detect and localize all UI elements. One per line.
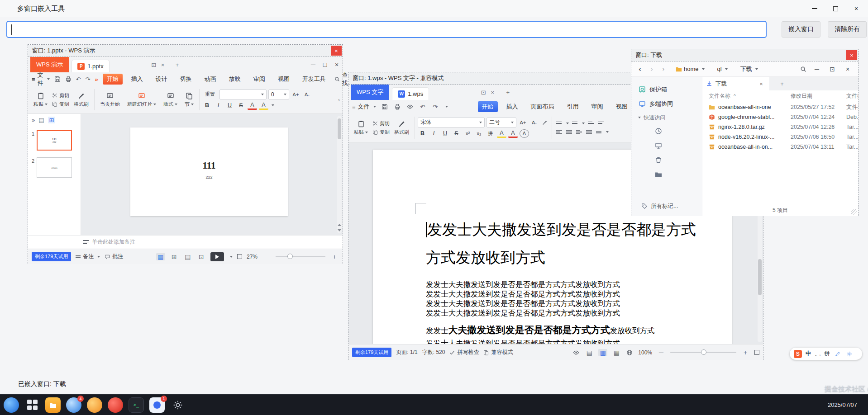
ime-pen-icon[interactable]: [834, 350, 842, 358]
bold-button[interactable]: B: [202, 101, 212, 110]
tab-slideshow[interactable]: 放映: [225, 74, 245, 85]
sidebar-item-multidevice-sync[interactable]: 多端协同: [631, 97, 702, 111]
forward-icon[interactable]: ›: [648, 65, 656, 74]
print-preview-icon[interactable]: [406, 103, 414, 110]
presentation-window-titlebar[interactable]: 窗口: 1.pptx - WPS 演示 ×: [28, 45, 343, 57]
new-tab-button[interactable]: +: [777, 80, 787, 87]
wps-close-icon[interactable]: ×: [331, 61, 343, 68]
reset-button[interactable]: 重置: [202, 90, 218, 99]
wps-office-icon[interactable]: [108, 397, 123, 413]
outline-view-icon[interactable]: ▤: [38, 117, 44, 123]
fit-window-icon[interactable]: [237, 254, 242, 259]
tab-insert[interactable]: 插入: [502, 101, 522, 112]
presentation-doc-tab[interactable]: P 1.pptx: [72, 60, 109, 72]
wps-ime-logo-icon[interactable]: S: [794, 350, 802, 358]
minimize-button[interactable]: [811, 5, 818, 12]
zoom-out-icon[interactable]: ─: [262, 253, 271, 260]
clear-format-icon[interactable]: [541, 119, 549, 126]
maximize-button[interactable]: [832, 5, 839, 12]
font-increase-button[interactable]: A+: [291, 90, 300, 99]
italic-button[interactable]: I: [429, 129, 439, 138]
sidebar-item-home-folder[interactable]: [631, 167, 702, 182]
more-format-caret-icon[interactable]: [272, 104, 274, 106]
notes-button[interactable]: 备注: [76, 253, 100, 260]
spellcheck-button[interactable]: 拼写检查: [449, 349, 479, 356]
doc-restore-icon[interactable]: ⊡: [479, 89, 488, 96]
save-icon[interactable]: [54, 75, 61, 83]
line-spacing-icon[interactable]: [595, 128, 603, 136]
subscript-button[interactable]: x₂: [474, 129, 484, 138]
file-row[interactable]: google-chrome-stabl... 2025/07/04 12:24 …: [702, 112, 858, 122]
file-row[interactable]: nginx-1.28.0.tar.gz 2025/07/04 12:26 Tar…: [702, 122, 858, 132]
downloads-window-titlebar[interactable]: 窗口: 下载 ×: [631, 49, 858, 61]
bold-button[interactable]: B: [418, 129, 427, 138]
writer-doc-tab[interactable]: W 1.wps: [392, 87, 429, 100]
ime-settings-gear-icon[interactable]: [845, 350, 854, 358]
print-icon[interactable]: [65, 75, 72, 83]
find-button[interactable]: 查找: [334, 71, 348, 87]
format-painter-button[interactable]: 格式刷: [391, 115, 412, 141]
italic-button[interactable]: I: [214, 101, 223, 110]
save-icon[interactable]: [381, 103, 389, 110]
tab-page-layout[interactable]: 页面布局: [527, 101, 558, 112]
copy-button[interactable]: 复制: [372, 129, 390, 136]
doc-restore-icon[interactable]: ⊡: [149, 61, 158, 68]
app-titlebar[interactable]: 多窗口嵌入工具 ×: [0, 0, 868, 17]
cut-button[interactable]: 剪切: [372, 120, 390, 127]
decrease-indent-icon[interactable]: [587, 120, 595, 127]
sidebar-item-vault[interactable]: 保护箱: [631, 82, 702, 97]
mail-app-icon[interactable]: [87, 397, 102, 413]
zoom-in-icon[interactable]: +: [741, 349, 750, 356]
tab-view[interactable]: 视图: [274, 74, 294, 85]
zoom-in-icon[interactable]: +: [330, 253, 339, 260]
slide-canvas[interactable]: 111 222: [81, 114, 343, 235]
cut-button[interactable]: 剪切: [52, 92, 69, 99]
new-slide-button[interactable]: 新建幻灯片: [124, 87, 159, 112]
tab-review[interactable]: 审阅: [587, 101, 607, 112]
embed-input[interactable]: [6, 21, 767, 38]
print-icon[interactable]: [393, 103, 401, 110]
back-icon[interactable]: ‹: [636, 65, 644, 74]
file-menu[interactable]: ≡ 文件: [32, 71, 50, 87]
ribbon-more-icon[interactable]: »: [95, 76, 98, 83]
sidebar-item-all-tags[interactable]: 所有标记...: [631, 200, 702, 212]
column-name[interactable]: 文件名称 ^: [702, 92, 791, 100]
terminal-icon[interactable]: >_: [129, 397, 144, 413]
wps-minimize-icon[interactable]: ─: [307, 61, 319, 68]
highlight-button[interactable]: A: [259, 101, 268, 110]
trial-badge[interactable]: 剩余179天试用: [352, 348, 391, 357]
settings-gear-icon[interactable]: [170, 397, 186, 413]
paste-button[interactable]: 粘贴: [31, 87, 50, 112]
slide[interactable]: 111 222: [130, 127, 288, 216]
word-count[interactable]: 字数: 520: [422, 349, 445, 356]
sidebar-item-trash[interactable]: [631, 153, 702, 167]
ime-punctuation-toggle[interactable]: 。,: [815, 351, 821, 357]
breadcrumb-home[interactable]: home: [671, 64, 709, 74]
font-size-select[interactable]: 二号: [486, 118, 516, 127]
doc-close-icon[interactable]: ×: [488, 89, 497, 96]
quickbar-caret-icon[interactable]: [445, 106, 448, 108]
tab-review[interactable]: 审阅: [249, 74, 269, 85]
undo-icon[interactable]: ↶: [76, 75, 81, 83]
toolbar-overflow-icon[interactable]: ›: [338, 96, 340, 103]
redo-icon[interactable]: ↷: [431, 103, 439, 110]
font-decrease-button[interactable]: A-: [529, 118, 539, 127]
superscript-button[interactable]: x²: [463, 129, 472, 138]
eye-protect-icon[interactable]: [572, 349, 580, 356]
prev-slide-icon[interactable]: [338, 224, 341, 226]
pinyin-guide-button[interactable]: 拼: [486, 129, 495, 138]
play-options-caret-icon[interactable]: [230, 256, 233, 258]
notes-area[interactable]: 单击此处添加备注: [28, 235, 343, 249]
new-tab-button[interactable]: +: [173, 61, 182, 68]
ime-language-toggle[interactable]: 中: [806, 350, 811, 358]
breadcrumb-downloads[interactable]: 下载: [736, 64, 763, 75]
bullet-list-icon[interactable]: [555, 120, 563, 127]
undo-icon[interactable]: ↶: [419, 103, 427, 110]
tab-downloads[interactable]: 下载 ×: [702, 77, 769, 90]
zoom-out-icon[interactable]: ─: [657, 349, 666, 356]
panel-collapse-icon[interactable]: »: [32, 117, 35, 123]
tab-references[interactable]: 引用: [563, 101, 583, 112]
slide-thumbnail-1[interactable]: 111 222: [37, 130, 72, 151]
font-decrease-button[interactable]: A-: [302, 90, 312, 99]
play-button[interactable]: [210, 252, 224, 261]
